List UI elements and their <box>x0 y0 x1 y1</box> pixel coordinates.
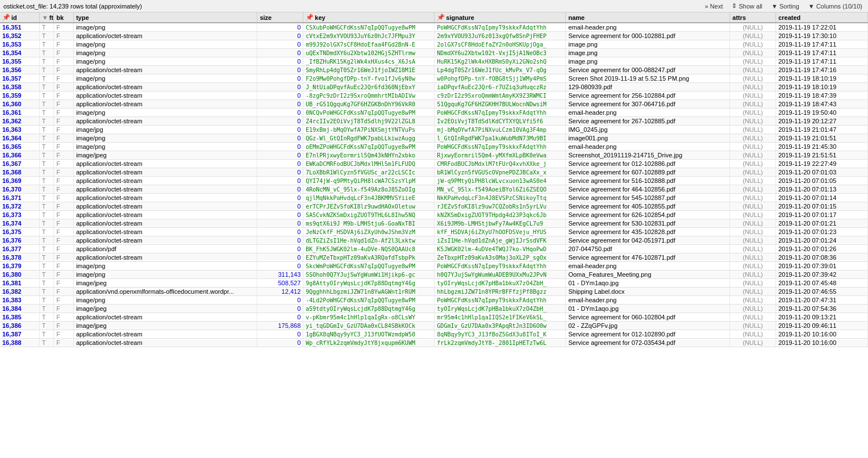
cell-6: bR1WlCyzn5fVGUScOVpnePDZJBCaXx_x <box>435 168 566 177</box>
table-row[interactable]: 16,385TFapplication/octet-stream0v-pKbmr… <box>0 313 868 322</box>
cell-4: 0 <box>257 117 303 126</box>
col-header-attrs[interactable]: attrs <box>730 13 776 23</box>
col-header-size[interactable]: size <box>257 13 303 23</box>
cell-9: 2019-11-19 17:47:11 <box>776 49 868 57</box>
table-row[interactable]: 16,373TFapplication/octet-stream0SA5CvkN… <box>0 211 868 219</box>
cell-0: 16,360 <box>0 100 39 109</box>
table-row[interactable]: 16,388TFapplication/octet-stream0Wp_cRfY… <box>0 339 868 347</box>
col-header-key[interactable]: 📌 key <box>303 13 435 23</box>
table-row[interactable]: 16,365TFimage/png0oEMmZPoWHGCFdKssN7qIpQ… <box>0 143 868 151</box>
table-row[interactable]: 16,374TFapplication/octet-stream0ms9qtX6… <box>0 219 868 228</box>
cell-0: 16,363 <box>0 126 39 134</box>
cell-3: application/octet-stream <box>73 211 257 219</box>
cell-8: (NULL) <box>730 23 776 32</box>
cell-8: (NULL) <box>730 194 776 202</box>
sorting-button[interactable]: ▼ Sorting <box>769 2 802 10</box>
table-row[interactable]: 16,377TFapplication/pdf0BK_FhK5JWGK02lm-… <box>0 245 868 253</box>
table-row[interactable]: 16,360TFapplication/octet-stream0UB_rG51… <box>0 100 868 109</box>
cell-4: 0 <box>257 143 303 151</box>
table-row[interactable]: 16,366TFimage/jpeg0E7nlPRjxwyEormril5Qm4… <box>0 151 868 160</box>
cell-1: T <box>39 339 53 347</box>
top-bar: osticket.ost_file: 14,239 rows total (ap… <box>0 0 868 13</box>
table-row[interactable]: 16,370TFapplication/octet-stream04RoNcMN… <box>0 185 868 194</box>
table-row[interactable]: 16,351TFimage/png0CSXubPoWHGCFdKssN7qIpQ… <box>0 23 868 32</box>
col-header-bk[interactable]: bk <box>54 13 74 23</box>
cell-7: image.png <box>566 49 730 57</box>
cell-7: Service agreement for 267-102885.pdf <box>566 117 730 126</box>
cell-8: (NULL) <box>730 262 776 270</box>
table-row[interactable]: 16,369TFapplication/octet-stream0QYI74jW… <box>0 177 868 185</box>
cell-1: T <box>39 177 53 185</box>
cell-9: 2019-11-20 07:08:36 <box>776 253 868 262</box>
cell-1: T <box>39 49 53 57</box>
cell-8: (NULL) <box>730 202 776 211</box>
cell-2: F <box>54 40 74 49</box>
cell-4: 0 <box>257 236 303 245</box>
cell-1: T <box>39 219 53 228</box>
table-row[interactable]: 16,386TFimage/jpeg175,868yi_tqGDGmIv_GzU… <box>0 322 868 330</box>
cell-3: application/octet-stream <box>73 194 257 202</box>
show-all-button[interactable]: ⇕ Show all <box>729 2 765 10</box>
cell-0: 16,384 <box>0 305 39 313</box>
table-row[interactable]: 16,363TFimage/jpg0E19xBmj-bMqOYwfA7PiNXS… <box>0 126 868 134</box>
cell-8: (NULL) <box>730 151 776 160</box>
cell-8: (NULL) <box>730 245 776 253</box>
table-row[interactable]: 16,371TFapplication/octet-stream0qjlMqNk… <box>0 194 868 202</box>
next-button[interactable]: » Next <box>703 2 725 10</box>
cell-1: T <box>39 74 53 83</box>
cell-8: (NULL) <box>730 66 776 74</box>
table-row[interactable]: 16,353TFimage/png0m99J92olGX7sCF8HdoEfaa… <box>0 40 868 49</box>
table-row[interactable]: 16,352TFapplication/octet-stream0cVtxE2m… <box>0 32 868 40</box>
table-row[interactable]: 16,382TFapplication/vnd.openxmlformats-o… <box>0 288 868 296</box>
table-row[interactable]: 16,381TFimage/jpeg508,5279g8AttyOIryWqsL… <box>0 279 868 288</box>
table-row[interactable]: 16,383TFimage/png0-4Ld2PoWHGCFdKssN7qIpQ… <box>0 296 868 305</box>
cell-6: PoWHGCFdKssN7qIpmyT9skkxFAdqtYhh <box>435 296 566 305</box>
cell-4: 0 <box>257 339 303 347</box>
cell-6: iaDPqvfAuEc2JQr6-r7UZiq3uHuqczRz <box>435 83 566 91</box>
col-header-signature[interactable]: 📌 signature <box>435 13 566 23</box>
table-row[interactable]: 16,375TFapplication/octet-stream0JeNzCkf… <box>0 228 868 236</box>
col-header-ft[interactable]: ▼ ft <box>39 13 53 23</box>
cell-2: F <box>54 23 74 32</box>
table-row[interactable]: 16,376TFapplication/octet-stream0dLTGZiZ… <box>0 236 868 245</box>
cell-8: (NULL) <box>730 288 776 296</box>
table-row[interactable]: 16,378TFapplication/octet-stream0EZYuMZe… <box>0 253 868 262</box>
columns-button[interactable]: ▼ Columns (10/10) <box>806 2 865 10</box>
cell-6: kfF_HSDVAj6iZXyU7hOOFDSVeju_HYUS <box>435 228 566 236</box>
table-row[interactable]: 16,362TFapplication/octet-stream0Z4rcIIv… <box>0 117 868 126</box>
cell-5: JeNzCkfF_HSDVAj6iZXyUh0wJShm3VzM <box>303 228 435 236</box>
table-row[interactable]: 16,379TFimage/png0SkcWmPoWHGCFdKssN7qIpQ… <box>0 262 868 270</box>
cell-4: 0 <box>257 49 303 57</box>
cell-9: 2019-11-20 07:46:55 <box>776 288 868 296</box>
next-arrow-icon: » <box>705 3 708 10</box>
table-row[interactable]: 16,356TFapplication/octet-stream0SmyRhLp… <box>0 66 868 74</box>
table-row[interactable]: 16,354TFimage/png0uQExTNDmdXY6u2Xbtw102H… <box>0 49 868 57</box>
table-row[interactable]: 16,359TFapplication/octet-stream0-8zgPc9… <box>0 91 868 100</box>
cell-5: a59tdtyOIryWqsLcjdK7p88DqtmgY46g <box>303 305 435 313</box>
table-row[interactable]: 16,368TFapplication/octet-stream07LoXBbR… <box>0 168 868 177</box>
cell-9: 2019-11-19 17:22:01 <box>776 23 868 32</box>
table-row[interactable]: 16,355TFimage/png0_IfBZHuRK15Kg2lWk4xHXu… <box>0 57 868 66</box>
table-row[interactable]: 16,380TFimage/png311,143SSOhoh0Q7YJujSwY… <box>0 270 868 279</box>
cell-8: (NULL) <box>730 296 776 305</box>
table-row[interactable]: 16,358TFapplication/octet-stream0J_NtUia… <box>0 83 868 91</box>
cell-8: (NULL) <box>730 236 776 245</box>
col-header-created[interactable]: created <box>776 13 868 23</box>
cell-1: T <box>39 57 53 66</box>
table-row[interactable]: 16,384TFimage/jpeg0a59tdtyOIryWqsLcjdK7p… <box>0 305 868 313</box>
table-row[interactable]: 16,372TFapplication/octet-stream0erTCPrJ… <box>0 202 868 211</box>
cell-6: jW-q9PMtyQiPH8lcWLvcxuon13wAS0e4 <box>435 177 566 185</box>
table-row[interactable]: 16,357TFimage/png0F2o9Mw0PohgfDPp-tnY-fv… <box>0 74 868 83</box>
cell-3: application/octet-stream <box>73 160 257 168</box>
cell-7: Screen Shot 2019-11-19 at 5.52.15 PM.png <box>566 74 730 83</box>
cell-4: 0 <box>257 202 303 211</box>
col-header-name[interactable]: name <box>566 13 730 23</box>
cell-5: SSOhoh0Q7YJujSwYgWumWi1Hjikp6-gc <box>303 270 435 279</box>
table-row[interactable]: 16,387TFapplication/octet-stream01gBGX8q… <box>0 330 868 339</box>
col-header-type[interactable]: type <box>73 13 257 23</box>
table-row[interactable]: 16,367TFapplication/octet-stream0EWKaDCM… <box>0 160 868 168</box>
table-row[interactable]: 16,361TFimage/png00NCQvPoWHGCFdKssN7qIpQ… <box>0 109 868 117</box>
cell-4: 175,868 <box>257 322 303 330</box>
table-row[interactable]: 16,364TFimage/png0QGz-Wl_GtQInRgdFWK7pab… <box>0 134 868 143</box>
col-header-id[interactable]: 📌 id <box>0 13 39 23</box>
